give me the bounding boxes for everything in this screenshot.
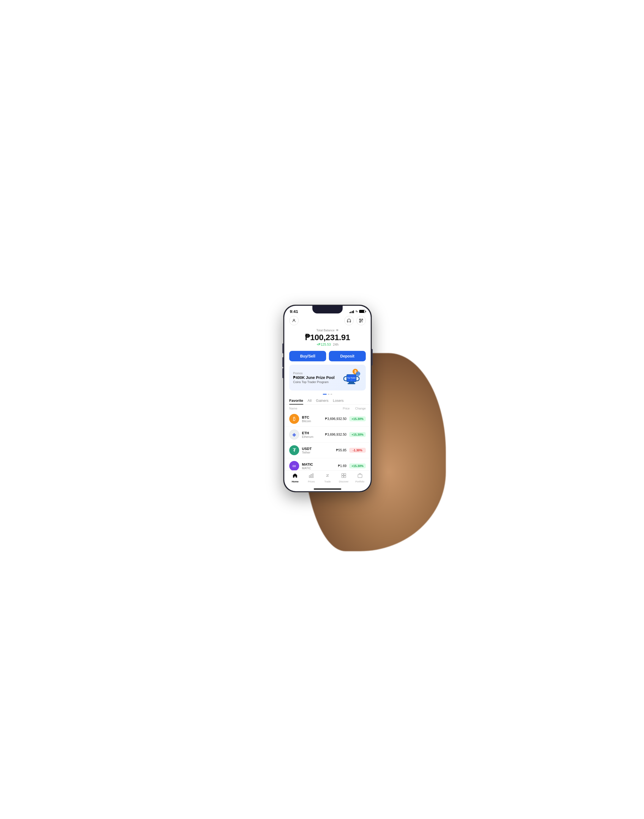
signal-icon bbox=[350, 310, 354, 313]
status-time: 9:41 bbox=[290, 309, 298, 314]
trophy-image: ₿ bbox=[340, 368, 362, 387]
portfolio-icon bbox=[357, 473, 363, 480]
deposit-button[interactable]: Deposit bbox=[329, 351, 366, 361]
col-price: Price bbox=[343, 407, 350, 410]
phone-notch bbox=[312, 306, 343, 313]
usdt-info: USDT Tether bbox=[302, 447, 336, 454]
svg-rect-13 bbox=[311, 474, 312, 478]
balance-change: +₱125.53 24h bbox=[290, 343, 365, 347]
nav-portfolio[interactable]: Portfolio bbox=[353, 473, 366, 483]
eth-change: +15.30% bbox=[349, 432, 366, 437]
eth-symbol: ETH bbox=[302, 431, 325, 435]
nav-prices-label: Prices bbox=[308, 480, 315, 483]
svg-rect-9 bbox=[348, 383, 355, 384]
coin-item-btc[interactable]: ₿ BTC Bitcoin ₱3,696,932.50 +15.30% bbox=[284, 411, 371, 427]
coin-item-matic[interactable]: ∞ MATIC MATIC ₱1.69 +15.30% bbox=[284, 458, 371, 470]
btc-change: +15.30% bbox=[349, 416, 366, 421]
btc-price: ₱3,696,932.50 bbox=[325, 417, 347, 421]
eye-icon[interactable]: 👁 bbox=[336, 328, 339, 332]
promo-subtitle: Coins Top Trader Program bbox=[293, 380, 340, 383]
carousel-dots bbox=[284, 394, 371, 395]
nav-right-icons bbox=[344, 316, 366, 325]
balance-label: Total Balance 👁 bbox=[290, 328, 365, 332]
tab-losers[interactable]: Losers bbox=[333, 397, 344, 404]
dot-2 bbox=[328, 394, 330, 395]
tab-favorite[interactable]: Favorite bbox=[289, 397, 303, 404]
btc-name: Bitcoin bbox=[302, 419, 325, 423]
promo-tag: Promos bbox=[293, 372, 340, 375]
dot-1 bbox=[323, 394, 327, 395]
home-indicator bbox=[314, 488, 341, 489]
svg-text:Top Trader: Top Trader bbox=[347, 377, 356, 379]
profile-button[interactable] bbox=[289, 316, 299, 325]
action-buttons: Buy/Sell Deposit bbox=[284, 350, 371, 365]
wifi-icon: ∿ bbox=[355, 310, 358, 313]
phone-screen: 9:41 ∿ bbox=[284, 306, 371, 491]
nav-discover[interactable]: Discover bbox=[337, 473, 350, 483]
nav-prices[interactable]: Prices bbox=[305, 473, 318, 483]
market-tabs: Favorite All Gainers Losers bbox=[284, 397, 371, 405]
home-icon bbox=[292, 473, 298, 480]
change-period: 24h bbox=[333, 343, 339, 347]
matic-icon: ∞ bbox=[289, 461, 299, 470]
trade-icon bbox=[325, 473, 330, 480]
eth-icon: ◆ bbox=[289, 429, 299, 440]
scene: 9:41 ∿ bbox=[215, 273, 429, 546]
phone-wrapper: 9:41 ∿ bbox=[284, 305, 371, 492]
buy-sell-button[interactable]: Buy/Sell bbox=[289, 351, 326, 361]
matic-info: MATIC MATIC bbox=[302, 462, 338, 470]
usdt-icon: ₮ bbox=[289, 445, 299, 455]
prices-icon bbox=[308, 473, 314, 480]
coin-item-usdt[interactable]: ₮ USDT Tether ₱55.85 -1.30% bbox=[284, 443, 371, 458]
btc-info: BTC Bitcoin bbox=[302, 415, 325, 423]
svg-rect-17 bbox=[342, 476, 343, 478]
discover-icon bbox=[341, 473, 347, 480]
eth-info: ETH Etherum bbox=[302, 431, 325, 439]
bottom-nav: Home Prices bbox=[284, 470, 371, 488]
svg-rect-19 bbox=[358, 474, 362, 478]
coin-list: ₿ BTC Bitcoin ₱3,696,932.50 +15.30% ◆ ET… bbox=[284, 411, 371, 470]
promo-title: ₱400K June Prize Pool bbox=[293, 376, 340, 380]
table-header: Name Price Change bbox=[284, 405, 371, 411]
nav-trade-label: Trade bbox=[324, 480, 331, 483]
coin-item-eth[interactable]: ◆ ETH Etherum ₱3,696,932.50 +15.30% bbox=[284, 427, 371, 443]
usdt-symbol: USDT bbox=[302, 447, 336, 451]
usdt-name: Tether bbox=[302, 451, 336, 454]
matic-change: +15.30% bbox=[349, 463, 366, 468]
svg-rect-18 bbox=[344, 476, 346, 478]
tab-all[interactable]: All bbox=[308, 397, 311, 404]
btc-symbol: BTC bbox=[302, 415, 325, 419]
phone-frame: 9:41 ∿ bbox=[284, 305, 371, 492]
eth-name: Etherum bbox=[302, 435, 325, 439]
table-header-right: Price Change bbox=[343, 407, 366, 410]
tab-gainers[interactable]: Gainers bbox=[316, 397, 329, 404]
nav-trade[interactable]: Trade bbox=[321, 473, 334, 483]
usdt-change: -1.30% bbox=[349, 448, 366, 453]
svg-rect-16 bbox=[344, 474, 346, 475]
svg-text:↗: ↗ bbox=[351, 379, 352, 381]
battery-icon bbox=[359, 310, 365, 313]
scan-button[interactable] bbox=[356, 316, 366, 325]
headphone-button[interactable] bbox=[344, 316, 354, 325]
nav-home[interactable]: Home bbox=[288, 473, 302, 483]
svg-rect-12 bbox=[309, 475, 310, 478]
matic-name: MATIC bbox=[302, 466, 338, 470]
balance-section: Total Balance 👁 ₱100,231.91 +₱125.53 24h bbox=[284, 328, 371, 350]
svg-rect-15 bbox=[342, 474, 343, 475]
eth-price: ₱3,696,932.50 bbox=[325, 433, 347, 437]
svg-rect-14 bbox=[312, 474, 313, 477]
nav-portfolio-label: Portfolio bbox=[355, 480, 364, 483]
matic-price: ₱1.69 bbox=[338, 464, 347, 468]
usdt-price: ₱55.85 bbox=[336, 448, 347, 452]
nav-discover-label: Discover bbox=[339, 480, 348, 483]
btc-icon: ₿ bbox=[289, 414, 299, 424]
nav-home-label: Home bbox=[292, 480, 299, 483]
status-icons: ∿ bbox=[350, 310, 365, 313]
col-name: Name bbox=[289, 407, 297, 410]
dot-3 bbox=[331, 394, 332, 395]
matic-symbol: MATIC bbox=[302, 462, 338, 466]
svg-rect-8 bbox=[349, 382, 354, 383]
top-nav bbox=[284, 315, 371, 328]
promo-banner[interactable]: Promos ₱400K June Prize Pool Coins Top T… bbox=[289, 365, 366, 391]
balance-amount: ₱100,231.91 bbox=[290, 333, 365, 342]
